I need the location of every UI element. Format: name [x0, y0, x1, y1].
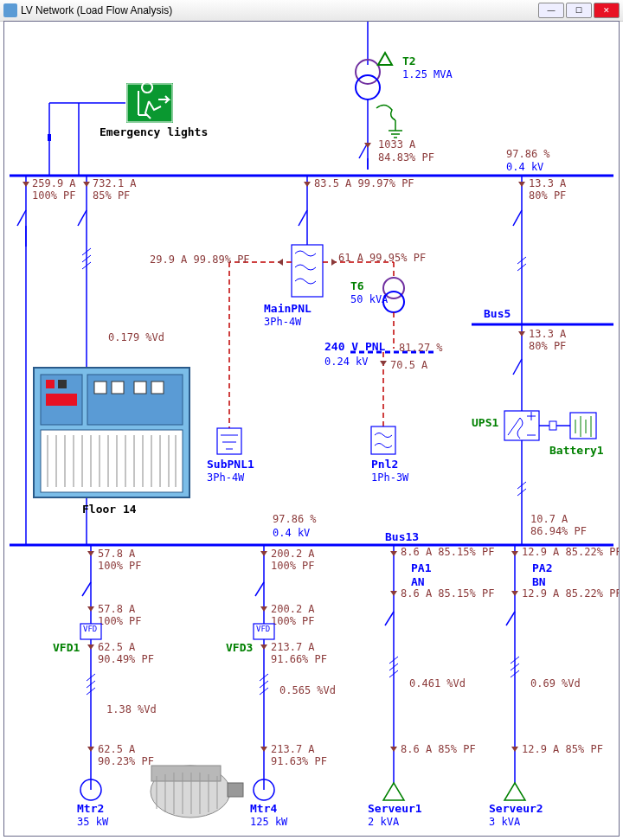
- svg-text:SubPNL1: SubPNL1: [207, 458, 254, 471]
- close-button[interactable]: ✕: [594, 3, 620, 18]
- svg-text:Bus13: Bus13: [385, 530, 419, 543]
- transformer-t6[interactable]: T6 50 kVA: [350, 278, 404, 349]
- svg-text:VFD: VFD: [83, 625, 97, 633]
- svg-text:125 kW: 125 kW: [250, 816, 288, 828]
- svg-text:BN: BN: [532, 575, 546, 588]
- svg-text:100% PF: 100% PF: [98, 560, 142, 572]
- svg-rect-111: [570, 413, 596, 439]
- svg-line-103: [513, 359, 522, 375]
- svg-text:57.8 A: 57.8 A: [98, 548, 136, 560]
- single-line-diagram: T2 1.25 MVA 1033 A 84.83% PF 97.86 % 0.4…: [4, 22, 619, 837]
- svg-text:29.9 A 99.89% PF: 29.9 A 99.89% PF: [150, 253, 250, 266]
- svg-text:100% PF: 100% PF: [271, 560, 315, 572]
- breaker-incoming[interactable]: [359, 143, 368, 170]
- svg-text:10.7 A: 10.7 A: [530, 513, 568, 525]
- svg-text:97.86 %: 97.86 %: [273, 513, 317, 525]
- svg-text:8.6 A 85% PF: 8.6 A 85% PF: [401, 743, 476, 755]
- svg-text:90.23% PF: 90.23% PF: [98, 755, 154, 767]
- svg-text:Serveur1: Serveur1: [368, 802, 422, 815]
- svg-rect-143: [228, 783, 243, 797]
- svg-text:0.4 kV: 0.4 kV: [273, 527, 310, 539]
- svg-text:0.461 %Vd: 0.461 %Vd: [409, 677, 466, 689]
- feeder-serveur2[interactable]: 12.9 A 85.22% PF PA2 BN 12.9 A 85.22% PF…: [489, 545, 619, 828]
- svg-text:1Ph-3W: 1Ph-3W: [371, 471, 409, 484]
- motor-icon: [151, 766, 243, 818]
- svg-text:1.25 MVA: 1.25 MVA: [402, 68, 453, 80]
- svg-rect-91: [371, 426, 395, 454]
- svg-line-155: [255, 582, 264, 596]
- svg-text:81.27 %: 81.27 %: [399, 342, 443, 354]
- svg-text:200.2 A: 200.2 A: [271, 603, 315, 615]
- svg-text:213.7 A: 213.7 A: [271, 641, 315, 653]
- floor14-panel-icon[interactable]: [34, 368, 189, 497]
- svg-text:AN: AN: [411, 575, 425, 588]
- svg-text:VFD3: VFD3: [226, 641, 253, 654]
- svg-rect-55: [58, 380, 67, 388]
- svg-text:3Ph-4W: 3Ph-4W: [264, 316, 302, 328]
- title-bar[interactable]: LV Network (Load Flow Analysis) — ☐ ✕: [0, 0, 623, 22]
- minimize-button[interactable]: —: [538, 3, 564, 18]
- svg-text:90.49% PF: 90.49% PF: [98, 653, 154, 665]
- svg-text:240 V PNL: 240 V PNL: [324, 340, 386, 353]
- svg-rect-56: [46, 394, 77, 406]
- svg-text:213.7 A: 213.7 A: [271, 743, 315, 755]
- svg-rect-59: [134, 382, 146, 394]
- svg-text:UPS1: UPS1: [472, 416, 498, 429]
- svg-text:0.24 kV: 0.24 kV: [324, 356, 369, 368]
- svg-text:85% PF: 85% PF: [93, 189, 130, 202]
- svg-text:100% PF: 100% PF: [271, 615, 315, 627]
- svg-rect-142: [151, 766, 221, 781]
- emergency-lights-icon[interactable]: [125, 82, 174, 124]
- svg-rect-85: [217, 428, 241, 454]
- maximize-button[interactable]: ☐: [566, 3, 592, 18]
- svg-text:0.565 %Vd: 0.565 %Vd: [279, 684, 336, 696]
- svg-text:259.9 A: 259.9 A: [32, 177, 76, 189]
- svg-line-97: [513, 210, 522, 226]
- svg-text:Serveur2: Serveur2: [489, 802, 543, 815]
- svg-text:Battery1: Battery1: [549, 444, 604, 457]
- transformer-t2[interactable]: T2 1.25 MVA: [356, 53, 453, 99]
- svg-text:80% PF: 80% PF: [529, 189, 566, 202]
- svg-text:12.9 A 85.22% PF: 12.9 A 85.22% PF: [522, 546, 619, 558]
- svg-rect-23: [48, 134, 51, 141]
- svg-line-32: [78, 210, 87, 226]
- svg-text:91.63% PF: 91.63% PF: [271, 755, 327, 767]
- svg-text:84.83% PF: 84.83% PF: [378, 151, 434, 164]
- feeder-serveur1[interactable]: 8.6 A 85.15% PF PA1 AN 8.6 A 85.15% PF 0…: [368, 545, 494, 828]
- svg-text:PA2: PA2: [532, 561, 552, 574]
- svg-text:0.179 %Vd: 0.179 %Vd: [108, 331, 164, 343]
- svg-text:3Ph-4W: 3Ph-4W: [207, 471, 245, 484]
- svg-text:8.6 A 85.15% PF: 8.6 A 85.15% PF: [401, 587, 494, 600]
- svg-text:PA1: PA1: [411, 561, 432, 574]
- svg-text:86.94% PF: 86.94% PF: [530, 525, 587, 537]
- svg-point-2: [356, 75, 380, 99]
- battery1[interactable]: Battery1: [549, 413, 604, 457]
- svg-rect-60: [151, 382, 164, 394]
- svg-text:12.9 A 85% PF: 12.9 A 85% PF: [522, 743, 603, 755]
- app-window: LV Network (Load Flow Analysis) — ☐ ✕ T2…: [0, 0, 623, 840]
- svg-text:13.3 A: 13.3 A: [529, 177, 567, 189]
- svg-text:80% PF: 80% PF: [529, 340, 566, 352]
- svg-text:8.6 A 85.15% PF: 8.6 A 85.15% PF: [401, 546, 494, 558]
- svg-line-184: [506, 612, 515, 625]
- window-title: LV Network (Load Flow Analysis): [21, 4, 536, 16]
- svg-rect-110: [549, 421, 556, 430]
- svg-text:70.5 A: 70.5 A: [390, 359, 428, 371]
- svg-text:T6: T6: [350, 279, 364, 292]
- svg-text:100% PF: 100% PF: [98, 615, 142, 627]
- svg-text:91.66% PF: 91.66% PF: [271, 653, 327, 665]
- feeder-mtr2[interactable]: 57.8 A100% PF 57.8 A100% PF VFD VFD1 62.…: [53, 545, 157, 828]
- svg-text:61 A 99.95% PF: 61 A 99.95% PF: [338, 252, 426, 264]
- svg-rect-57: [94, 382, 106, 394]
- pnl2[interactable]: Pnl2 1Ph-3W: [371, 426, 409, 484]
- feeder-bus5[interactable]: 13.3 A 80% PF: [513, 176, 567, 324]
- svg-text:83.5 A 99.97% PF: 83.5 A 99.97% PF: [314, 177, 414, 189]
- svg-text:Bus5: Bus5: [484, 307, 511, 320]
- subpnl1[interactable]: SubPNL1 3Ph-4W: [207, 428, 254, 484]
- svg-text:3 kVA: 3 kVA: [489, 816, 521, 828]
- svg-text:T2: T2: [402, 55, 416, 67]
- app-icon: [3, 3, 17, 17]
- diagram-canvas[interactable]: T2 1.25 MVA 1033 A 84.83% PF 97.86 % 0.4…: [3, 21, 620, 837]
- ups1[interactable]: UPS1: [472, 411, 570, 440]
- svg-text:200.2 A: 200.2 A: [271, 548, 315, 560]
